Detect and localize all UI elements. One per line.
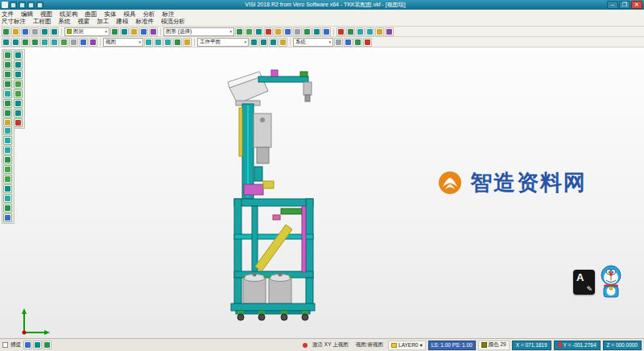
ortho-mode-icon[interactable] xyxy=(33,341,42,349)
redo-icon[interactable] xyxy=(50,27,59,36)
maximize-button[interactable]: ❐ xyxy=(619,1,630,9)
view-top-icon[interactable] xyxy=(3,126,12,135)
settings-icon[interactable] xyxy=(334,38,343,47)
view-iso-icon[interactable] xyxy=(3,155,12,164)
redraw-icon[interactable] xyxy=(3,213,12,222)
quick-save-icon[interactable] xyxy=(10,2,17,9)
menu-item[interactable]: 文件 xyxy=(2,10,21,18)
top-view-icon[interactable] xyxy=(144,38,153,47)
menu-item[interactable]: 分析 xyxy=(143,10,163,18)
close-button[interactable]: ✕ xyxy=(631,1,642,9)
minimize-button[interactable]: – xyxy=(607,1,618,9)
iso-view-icon[interactable] xyxy=(173,38,182,47)
pan-icon[interactable] xyxy=(40,38,49,47)
orbit-view-icon[interactable] xyxy=(3,204,12,213)
arc-tool-icon[interactable] xyxy=(3,70,12,79)
workplane-3pt-icon[interactable] xyxy=(279,38,287,47)
hatch-tool-icon[interactable] xyxy=(14,89,23,98)
grid-snap-icon[interactable] xyxy=(23,341,32,349)
save-file-icon[interactable] xyxy=(21,27,30,36)
menu-item[interactable]: 加工 xyxy=(97,18,117,25)
zoom-in-icon[interactable] xyxy=(21,38,30,47)
attribute-select-icon[interactable] xyxy=(274,27,283,36)
menu-item[interactable]: 标注 xyxy=(163,10,182,18)
undo-icon[interactable] xyxy=(40,27,49,36)
canvas-viewport[interactable]: 智造资料网 A ✎ xyxy=(0,47,644,338)
layer-selector[interactable]: LAYER0 ▾ xyxy=(388,341,426,350)
hide-entities-icon[interactable] xyxy=(293,27,302,36)
menu-item[interactable]: 系统 xyxy=(59,18,78,25)
zoom-out-icon[interactable] xyxy=(3,175,12,184)
rotate-tool-icon[interactable] xyxy=(3,109,12,118)
view-combo[interactable]: 视图 ▾ xyxy=(103,38,143,47)
layer-lock-icon[interactable] xyxy=(130,27,138,36)
quick-print-icon[interactable] xyxy=(36,2,43,9)
system-combo[interactable]: 系统 ▾ xyxy=(293,38,333,47)
previous-view-icon[interactable] xyxy=(79,38,88,47)
new-file-icon[interactable] xyxy=(2,27,10,36)
workplane-yz-icon[interactable] xyxy=(269,38,278,47)
help-icon[interactable] xyxy=(363,38,372,47)
cad-model-assembly[interactable] xyxy=(204,64,341,325)
zoom-out-icon[interactable] xyxy=(31,38,39,47)
copy-tool-icon[interactable] xyxy=(14,99,23,108)
menu-item[interactable]: 编辑 xyxy=(21,10,40,18)
snap-checkbox[interactable] xyxy=(2,342,8,348)
layer-combo[interactable]: 图层 ▾ xyxy=(64,27,109,36)
print-icon[interactable] xyxy=(31,27,39,36)
view-right-icon[interactable] xyxy=(3,146,12,155)
menu-item[interactable]: 曲面 xyxy=(85,10,105,18)
properties-icon[interactable] xyxy=(385,27,394,36)
spline-tool-icon[interactable] xyxy=(3,80,12,89)
calculator-icon[interactable] xyxy=(353,38,362,47)
text-tool-icon[interactable] xyxy=(14,80,23,89)
named-view-icon[interactable] xyxy=(183,38,192,47)
menu-item[interactable]: 视图 xyxy=(40,10,60,18)
front-view-icon[interactable] xyxy=(154,38,163,47)
side-view-icon[interactable] xyxy=(163,38,172,47)
entity-info-icon[interactable] xyxy=(322,27,331,36)
point-tool-icon[interactable] xyxy=(14,51,23,60)
color-selector[interactable]: 颜色 29 xyxy=(478,341,510,350)
menu-item[interactable]: 模流分析 xyxy=(161,18,192,25)
move-tool-icon[interactable] xyxy=(3,99,12,108)
quick-undo-icon[interactable] xyxy=(19,2,26,9)
attributes-icon[interactable] xyxy=(375,27,384,36)
zoom-in-icon[interactable] xyxy=(3,165,12,174)
box-select-icon[interactable] xyxy=(245,27,254,36)
group-icon[interactable] xyxy=(356,27,365,36)
line-tool-icon[interactable] xyxy=(3,60,12,69)
menu-item[interactable]: 建模 xyxy=(117,18,136,25)
erase-tool-icon[interactable] xyxy=(14,118,23,127)
quick-redo-icon[interactable] xyxy=(27,2,35,9)
mirror-tool-icon[interactable] xyxy=(14,109,23,118)
layer-new-icon[interactable] xyxy=(110,27,119,36)
zoom-window-icon[interactable] xyxy=(11,38,20,47)
layer-filter-icon[interactable] xyxy=(139,27,148,36)
pan-view-icon[interactable] xyxy=(3,194,12,203)
color-select-icon[interactable] xyxy=(264,27,273,36)
menu-item[interactable]: 模具 xyxy=(124,10,143,18)
menu-item[interactable]: 视窗 xyxy=(78,18,97,25)
zoom-fit-icon[interactable] xyxy=(2,38,10,47)
invert-select-icon[interactable] xyxy=(283,27,292,36)
layer-visibility-icon[interactable] xyxy=(120,27,129,36)
workplane-xz-icon[interactable] xyxy=(259,38,268,47)
select-icon[interactable] xyxy=(235,27,244,36)
open-file-icon[interactable] xyxy=(11,27,20,36)
shaded-view-icon[interactable] xyxy=(60,38,68,47)
menu-item[interactable]: 工程图 xyxy=(33,18,59,25)
rectangle-tool-icon[interactable] xyxy=(14,70,23,79)
measure-icon[interactable] xyxy=(312,27,321,36)
view-front-icon[interactable] xyxy=(3,136,12,145)
menu-item[interactable]: 线架构 xyxy=(60,10,85,18)
rotate-view-icon[interactable] xyxy=(50,38,59,47)
selection-combo[interactable]: 图形 (选择) ▾ xyxy=(163,27,234,36)
dynamic-view-icon[interactable] xyxy=(89,38,97,47)
menu-item[interactable]: 实体 xyxy=(105,10,124,18)
select-tool-icon[interactable] xyxy=(3,51,12,60)
workplane-xy-icon[interactable] xyxy=(250,38,258,47)
menu-item[interactable]: 尺寸标注 xyxy=(2,18,33,25)
options-icon[interactable] xyxy=(344,38,353,47)
zoom-extents-icon[interactable] xyxy=(3,184,12,193)
